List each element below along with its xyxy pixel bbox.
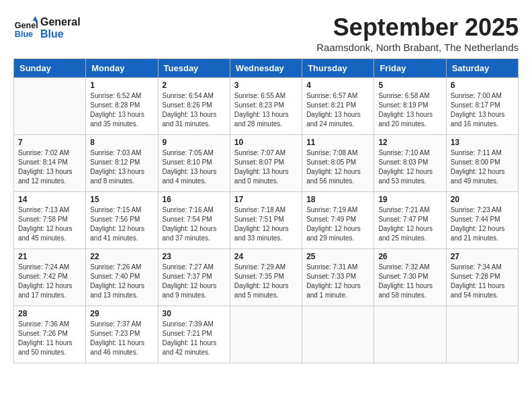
- calendar-cell: 12Sunrise: 7:10 AM Sunset: 8:03 PM Dayli…: [374, 135, 446, 192]
- day-number: 22: [90, 252, 153, 261]
- day-info: Sunrise: 7:36 AM Sunset: 7:26 PM Dayligh…: [18, 320, 81, 357]
- day-number: 16: [163, 195, 226, 204]
- day-info: Sunrise: 7:08 AM Sunset: 8:05 PM Dayligh…: [306, 148, 369, 186]
- calendar-cell: 19Sunrise: 7:21 AM Sunset: 7:47 PM Dayli…: [374, 192, 446, 249]
- calendar-cell: 9Sunrise: 7:05 AM Sunset: 8:10 PM Daylig…: [158, 135, 230, 192]
- calendar-cell: 27Sunrise: 7:34 AM Sunset: 7:28 PM Dayli…: [446, 249, 518, 306]
- day-info: Sunrise: 7:32 AM Sunset: 7:30 PM Dayligh…: [378, 263, 441, 300]
- calendar-cell: 11Sunrise: 7:08 AM Sunset: 8:05 PM Dayli…: [302, 135, 374, 192]
- day-number: 20: [451, 195, 514, 204]
- day-number: 7: [18, 138, 81, 147]
- day-number: 24: [234, 252, 298, 261]
- col-header-sunday: Sunday: [14, 59, 86, 78]
- col-header-tuesday: Tuesday: [158, 59, 230, 78]
- day-number: 15: [90, 195, 153, 204]
- day-info: Sunrise: 7:39 AM Sunset: 7:21 PM Dayligh…: [163, 320, 226, 357]
- day-number: 4: [306, 81, 369, 90]
- calendar-cell: 4Sunrise: 6:57 AM Sunset: 8:21 PM Daylig…: [302, 78, 374, 135]
- col-header-monday: Monday: [86, 59, 158, 78]
- calendar-week-row: 14Sunrise: 7:13 AM Sunset: 7:58 PM Dayli…: [14, 192, 519, 249]
- calendar-cell: 25Sunrise: 7:31 AM Sunset: 7:33 PM Dayli…: [302, 249, 374, 306]
- day-number: 11: [306, 138, 369, 147]
- calendar-body: 1Sunrise: 6:52 AM Sunset: 8:28 PM Daylig…: [14, 78, 519, 363]
- calendar-cell: 7Sunrise: 7:02 AM Sunset: 8:14 PM Daylig…: [14, 135, 86, 192]
- calendar-cell: 16Sunrise: 7:16 AM Sunset: 7:54 PM Dayli…: [158, 192, 230, 249]
- day-number: 29: [90, 309, 153, 318]
- day-number: 5: [378, 81, 441, 90]
- col-header-wednesday: Wednesday: [230, 59, 302, 78]
- day-number: 8: [90, 138, 153, 147]
- day-number: 13: [451, 138, 514, 147]
- title-area: September 2025 Raamsdonk, North Brabant,…: [316, 13, 519, 53]
- day-info: Sunrise: 7:15 AM Sunset: 7:56 PM Dayligh…: [90, 205, 153, 243]
- day-info: Sunrise: 7:34 AM Sunset: 7:28 PM Dayligh…: [451, 263, 514, 300]
- day-number: 12: [378, 138, 441, 147]
- calendar-week-row: 21Sunrise: 7:24 AM Sunset: 7:42 PM Dayli…: [14, 249, 519, 306]
- col-header-friday: Friday: [374, 59, 446, 78]
- calendar-cell: 28Sunrise: 7:36 AM Sunset: 7:26 PM Dayli…: [14, 306, 86, 363]
- calendar-week-row: 28Sunrise: 7:36 AM Sunset: 7:26 PM Dayli…: [14, 306, 519, 363]
- calendar-cell: [374, 306, 446, 363]
- day-info: Sunrise: 7:29 AM Sunset: 7:35 PM Dayligh…: [234, 263, 298, 300]
- day-number: 26: [378, 252, 441, 261]
- day-info: Sunrise: 6:55 AM Sunset: 8:23 PM Dayligh…: [234, 91, 298, 129]
- calendar-cell: [302, 306, 374, 363]
- month-year-title: September 2025: [316, 13, 519, 42]
- day-info: Sunrise: 7:07 AM Sunset: 8:07 PM Dayligh…: [234, 148, 298, 186]
- day-number: 3: [234, 81, 298, 90]
- col-header-thursday: Thursday: [302, 59, 374, 78]
- day-info: Sunrise: 7:11 AM Sunset: 8:00 PM Dayligh…: [451, 148, 514, 186]
- calendar-cell: 3Sunrise: 6:55 AM Sunset: 8:23 PM Daylig…: [230, 78, 302, 135]
- day-info: Sunrise: 7:27 AM Sunset: 7:37 PM Dayligh…: [163, 263, 226, 300]
- calendar-cell: 6Sunrise: 7:00 AM Sunset: 8:17 PM Daylig…: [446, 78, 518, 135]
- day-number: 21: [18, 252, 81, 261]
- day-number: 28: [18, 309, 81, 318]
- calendar-cell: 14Sunrise: 7:13 AM Sunset: 7:58 PM Dayli…: [14, 192, 86, 249]
- calendar-cell: 22Sunrise: 7:26 AM Sunset: 7:40 PM Dayli…: [86, 249, 158, 306]
- svg-marker-2: [33, 16, 38, 21]
- day-info: Sunrise: 7:16 AM Sunset: 7:54 PM Dayligh…: [163, 205, 226, 243]
- day-number: 19: [378, 195, 441, 204]
- day-info: Sunrise: 7:19 AM Sunset: 7:49 PM Dayligh…: [306, 205, 369, 243]
- day-number: 6: [451, 81, 514, 90]
- calendar-cell: 5Sunrise: 6:58 AM Sunset: 8:19 PM Daylig…: [374, 78, 446, 135]
- day-info: Sunrise: 7:37 AM Sunset: 7:23 PM Dayligh…: [90, 320, 153, 357]
- day-info: Sunrise: 7:18 AM Sunset: 7:51 PM Dayligh…: [234, 205, 298, 243]
- day-number: 30: [163, 309, 226, 318]
- day-number: 23: [163, 252, 226, 261]
- calendar-week-row: 7Sunrise: 7:02 AM Sunset: 8:14 PM Daylig…: [14, 135, 519, 192]
- day-number: 25: [306, 252, 369, 261]
- calendar-cell: 15Sunrise: 7:15 AM Sunset: 7:56 PM Dayli…: [86, 192, 158, 249]
- calendar-week-row: 1Sunrise: 6:52 AM Sunset: 8:28 PM Daylig…: [14, 78, 519, 135]
- logo-text-line1: General: [40, 16, 81, 28]
- calendar-table: SundayMondayTuesdayWednesdayThursdayFrid…: [13, 58, 519, 363]
- col-header-saturday: Saturday: [446, 59, 518, 78]
- day-number: 2: [163, 81, 226, 90]
- calendar-header-row: SundayMondayTuesdayWednesdayThursdayFrid…: [14, 59, 519, 78]
- logo: General Blue General Blue: [13, 16, 81, 40]
- day-info: Sunrise: 7:26 AM Sunset: 7:40 PM Dayligh…: [90, 263, 153, 300]
- calendar-cell: 10Sunrise: 7:07 AM Sunset: 8:07 PM Dayli…: [230, 135, 302, 192]
- svg-text:Blue: Blue: [15, 30, 33, 39]
- calendar-cell: 29Sunrise: 7:37 AM Sunset: 7:23 PM Dayli…: [86, 306, 158, 363]
- calendar-cell: [446, 306, 518, 363]
- day-info: Sunrise: 7:10 AM Sunset: 8:03 PM Dayligh…: [378, 148, 441, 186]
- day-info: Sunrise: 7:03 AM Sunset: 8:12 PM Dayligh…: [90, 148, 153, 186]
- header: General Blue General Blue September 2025…: [13, 13, 519, 53]
- location-subtitle: Raamsdonk, North Brabant, The Netherland…: [316, 42, 519, 53]
- day-info: Sunrise: 7:02 AM Sunset: 8:14 PM Dayligh…: [18, 148, 81, 186]
- day-info: Sunrise: 7:24 AM Sunset: 7:42 PM Dayligh…: [18, 263, 81, 300]
- day-info: Sunrise: 6:54 AM Sunset: 8:26 PM Dayligh…: [163, 91, 226, 129]
- calendar-cell: 24Sunrise: 7:29 AM Sunset: 7:35 PM Dayli…: [230, 249, 302, 306]
- logo-text-line2: Blue: [40, 28, 81, 40]
- calendar-cell: 30Sunrise: 7:39 AM Sunset: 7:21 PM Dayli…: [158, 306, 230, 363]
- calendar-cell: 18Sunrise: 7:19 AM Sunset: 7:49 PM Dayli…: [302, 192, 374, 249]
- day-number: 27: [451, 252, 514, 261]
- calendar-cell: [14, 78, 86, 135]
- day-number: 17: [234, 195, 298, 204]
- calendar-cell: 2Sunrise: 6:54 AM Sunset: 8:26 PM Daylig…: [158, 78, 230, 135]
- logo-icon: General Blue: [13, 16, 38, 40]
- day-info: Sunrise: 6:58 AM Sunset: 8:19 PM Dayligh…: [378, 91, 441, 129]
- day-info: Sunrise: 7:05 AM Sunset: 8:10 PM Dayligh…: [163, 148, 226, 186]
- day-number: 9: [163, 138, 226, 147]
